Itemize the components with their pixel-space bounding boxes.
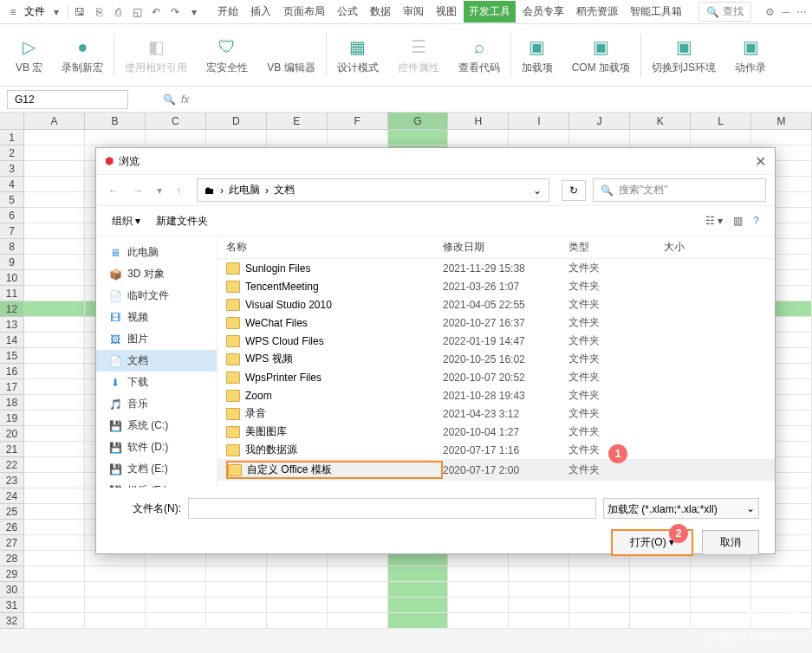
- row-header-17[interactable]: 17: [0, 379, 24, 395]
- cell-H29[interactable]: [448, 566, 509, 582]
- organize-menu[interactable]: 组织 ▾: [112, 214, 140, 229]
- cell-A22[interactable]: [24, 457, 85, 473]
- cell-C1[interactable]: [146, 130, 206, 145]
- fx-area[interactable]: 🔍 fx: [163, 94, 189, 106]
- col-header-H[interactable]: H: [448, 113, 509, 129]
- row-header-19[interactable]: 19: [0, 411, 24, 426]
- row-header-4[interactable]: 4: [0, 177, 24, 192]
- col-name[interactable]: 名称: [226, 240, 443, 255]
- cell-E31[interactable]: [267, 598, 328, 613]
- row-header-31[interactable]: 31: [0, 598, 24, 613]
- row-header-20[interactable]: 20: [0, 426, 24, 442]
- row-header-6[interactable]: 6: [0, 208, 24, 223]
- cell-A12[interactable]: [24, 301, 85, 317]
- search-box[interactable]: 🔍 查找: [698, 2, 751, 22]
- cell-C31[interactable]: [146, 598, 206, 613]
- file-row[interactable]: 美图图库2020-10-04 1:27文件夹: [218, 423, 775, 441]
- cell-J32[interactable]: [569, 613, 630, 629]
- cell-A4[interactable]: [24, 177, 85, 192]
- cell-L30[interactable]: [691, 582, 751, 598]
- file-row[interactable]: WPS Cloud Files2022-01-19 14:47文件夹: [218, 332, 775, 350]
- cell-B30[interactable]: [85, 582, 146, 598]
- row-header-11[interactable]: 11: [0, 286, 24, 301]
- cell-A13[interactable]: [24, 317, 85, 333]
- cell-K1[interactable]: [630, 130, 691, 145]
- cell-I30[interactable]: [509, 582, 569, 598]
- cell-G1[interactable]: [388, 130, 449, 145]
- cell-J31[interactable]: [569, 598, 630, 613]
- col-size[interactable]: 大小: [664, 240, 716, 255]
- row-header-2[interactable]: 2: [0, 145, 24, 161]
- ribbon-动作录[interactable]: ▣动作录: [726, 24, 775, 86]
- tab-开始[interactable]: 开始: [212, 1, 244, 23]
- path-root[interactable]: 此电脑: [229, 183, 260, 197]
- col-type[interactable]: 类型: [568, 240, 664, 255]
- cell-A19[interactable]: [24, 411, 85, 426]
- col-header-E[interactable]: E: [267, 113, 328, 129]
- cell-F29[interactable]: [328, 566, 388, 582]
- filename-input[interactable]: [188, 498, 596, 519]
- cell-F1[interactable]: [328, 130, 388, 145]
- ribbon-设计模式[interactable]: ▦设计模式: [328, 24, 387, 86]
- cell-E29[interactable]: [267, 566, 328, 582]
- cell-A32[interactable]: [24, 613, 85, 629]
- redo-icon[interactable]: ↷: [167, 4, 183, 20]
- row-header-28[interactable]: 28: [0, 551, 24, 566]
- export-icon[interactable]: ⎘: [91, 4, 107, 20]
- file-row[interactable]: WPS 视频2020-10-25 16:02文件夹: [218, 350, 775, 368]
- row-header-23[interactable]: 23: [0, 473, 24, 488]
- cell-A3[interactable]: [24, 161, 85, 177]
- cell-B29[interactable]: [85, 566, 146, 582]
- cell-L1[interactable]: [691, 130, 751, 145]
- sidebar-item-文档[interactable]: 📄文档: [96, 350, 217, 372]
- cell-A11[interactable]: [24, 286, 85, 301]
- tab-开发工具[interactable]: 开发工具: [464, 1, 516, 23]
- cell-A25[interactable]: [24, 504, 85, 520]
- cell-I1[interactable]: [509, 130, 569, 145]
- cell-B32[interactable]: [85, 613, 146, 629]
- cell-I29[interactable]: [509, 566, 569, 582]
- cell-A24[interactable]: [24, 488, 85, 504]
- col-header-D[interactable]: D: [206, 113, 267, 129]
- preview-pane-icon[interactable]: ▥: [733, 215, 743, 227]
- sidebar-item-视频[interactable]: 🎞视频: [96, 307, 217, 328]
- tab-智能工具箱[interactable]: 智能工具箱: [625, 1, 687, 23]
- ribbon-宏安全性[interactable]: 🛡宏安全性: [198, 24, 257, 86]
- row-header-22[interactable]: 22: [0, 457, 24, 473]
- tab-视图[interactable]: 视图: [431, 1, 462, 23]
- more-icon[interactable]: ⋯: [796, 6, 807, 18]
- row-header-29[interactable]: 29: [0, 566, 24, 582]
- cell-A26[interactable]: [24, 520, 85, 535]
- cell-H31[interactable]: [448, 598, 509, 613]
- tab-公式[interactable]: 公式: [332, 1, 363, 23]
- cell-A28[interactable]: [24, 551, 85, 566]
- cell-D32[interactable]: [206, 613, 267, 629]
- col-header-C[interactable]: C: [146, 113, 206, 129]
- sidebar-item-临时文件[interactable]: 📄临时文件: [96, 285, 217, 307]
- sidebar-item-3D 对象[interactable]: 📦3D 对象: [96, 263, 217, 285]
- name-box[interactable]: G12: [7, 90, 128, 109]
- cell-H1[interactable]: [448, 130, 509, 145]
- cell-A6[interactable]: [24, 208, 85, 223]
- cell-D1[interactable]: [206, 130, 267, 145]
- select-all-corner[interactable]: [0, 113, 24, 129]
- cell-I32[interactable]: [509, 613, 569, 629]
- row-header-7[interactable]: 7: [0, 223, 24, 239]
- tab-插入[interactable]: 插入: [245, 1, 276, 23]
- ribbon-录制新宏[interactable]: ●录制新宏: [53, 24, 112, 86]
- row-header-13[interactable]: 13: [0, 317, 24, 333]
- path-bar[interactable]: 🖿 › 此电脑 › 文档 ⌄: [197, 178, 549, 202]
- cell-A18[interactable]: [24, 395, 85, 411]
- cell-D30[interactable]: [206, 582, 267, 598]
- file-row[interactable]: Sunlogin Files2021-11-29 15:38文件夹: [218, 259, 775, 277]
- tab-会员专享[interactable]: 会员专享: [517, 1, 569, 23]
- sidebar-item-下载[interactable]: ⬇下载: [96, 372, 217, 393]
- minimize-icon[interactable]: ─: [782, 6, 789, 18]
- cell-A30[interactable]: [24, 582, 85, 598]
- col-header-J[interactable]: J: [569, 113, 630, 129]
- cell-G29[interactable]: [388, 566, 449, 582]
- cell-C32[interactable]: [146, 613, 206, 629]
- new-folder-button[interactable]: 新建文件夹: [156, 214, 208, 229]
- cell-A27[interactable]: [24, 535, 85, 551]
- cell-I31[interactable]: [509, 598, 569, 613]
